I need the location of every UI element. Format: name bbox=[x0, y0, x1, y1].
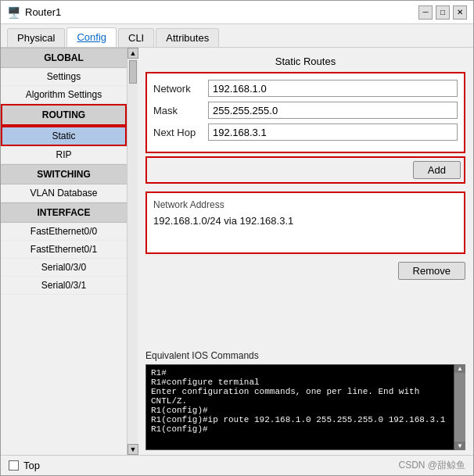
sidebar-item-fastethernet00[interactable]: FastEthernet0/0 bbox=[1, 223, 127, 241]
mask-label: Mask bbox=[153, 105, 208, 116]
ios-console-wrapper: R1# R1#configure terminal Enter configur… bbox=[145, 364, 465, 450]
sidebar-item-algorithm-settings[interactable]: Algorithm Settings bbox=[1, 86, 127, 104]
content-area: GLOBAL Settings Algorithm Settings ROUTI… bbox=[1, 48, 473, 455]
network-address-box: Network Address 192.168.1.0/24 via 192.1… bbox=[145, 191, 465, 254]
sidebar-header-interface: INTERFACE bbox=[1, 202, 127, 223]
sidebar-item-fastethernet01[interactable]: FastEthernet0/1 bbox=[1, 241, 127, 259]
footer-brand: CSDN @甜鲸鱼 bbox=[398, 459, 465, 472]
mask-input[interactable] bbox=[208, 102, 458, 119]
sidebar-item-settings[interactable]: Settings bbox=[1, 68, 127, 86]
ios-label: Equivalent IOS Commands bbox=[145, 350, 465, 361]
static-routes-section: Static Routes Network Mask Next Hop bbox=[145, 55, 465, 184]
ios-scrollbar[interactable]: ▲ ▼ bbox=[454, 364, 465, 450]
network-label: Network bbox=[153, 83, 208, 95]
main-panel: Static Routes Network Mask Next Hop bbox=[138, 48, 473, 345]
sidebar-item-vlan-database[interactable]: VLAN Database bbox=[1, 184, 127, 202]
footer-left: Top bbox=[9, 460, 40, 471]
sidebar-header-switching: SWITCHING bbox=[1, 164, 127, 184]
tab-cli[interactable]: CLI bbox=[118, 28, 154, 47]
minimize-button[interactable]: ─ bbox=[418, 5, 433, 20]
sidebar-item-rip[interactable]: RIP bbox=[1, 146, 127, 164]
ios-line-3: Enter configuration commands, one per li… bbox=[151, 387, 449, 406]
next-hop-input[interactable] bbox=[208, 123, 458, 141]
ios-line-4: R1(config)# bbox=[151, 406, 449, 415]
next-hop-row: Next Hop bbox=[153, 123, 458, 141]
ios-scroll-track bbox=[454, 373, 465, 442]
sidebar: GLOBAL Settings Algorithm Settings ROUTI… bbox=[1, 48, 127, 455]
scroll-up-arrow[interactable]: ▲ bbox=[127, 48, 138, 59]
sidebar-header-routing: ROUTING bbox=[1, 104, 127, 126]
ios-line-5: R1(config)#ip route 192.168.1.0 255.255.… bbox=[151, 415, 449, 424]
scroll-down-arrow[interactable]: ▼ bbox=[127, 444, 138, 455]
tab-config[interactable]: Config bbox=[66, 27, 117, 47]
scroll-thumb[interactable] bbox=[129, 60, 137, 84]
window: 🖥️ Router1 ─ □ ✕ Physical Config CLI Att… bbox=[0, 0, 474, 476]
tab-physical[interactable]: Physical bbox=[7, 28, 65, 47]
ios-line-1: R1# bbox=[151, 368, 449, 378]
title-bar: 🖥️ Router1 ─ □ ✕ bbox=[1, 1, 473, 24]
next-hop-label: Next Hop bbox=[153, 127, 208, 138]
ios-section: Equivalent IOS Commands R1# R1#configure… bbox=[138, 345, 473, 455]
main-panel-wrapper: Static Routes Network Mask Next Hop bbox=[138, 48, 473, 455]
close-button[interactable]: ✕ bbox=[453, 5, 467, 20]
maximize-button[interactable]: □ bbox=[436, 5, 450, 20]
mask-row: Mask bbox=[153, 102, 458, 119]
sidebar-wrapper: GLOBAL Settings Algorithm Settings ROUTI… bbox=[1, 48, 138, 455]
sidebar-header-global: GLOBAL bbox=[1, 48, 127, 68]
scroll-track bbox=[127, 59, 138, 444]
sidebar-scrollbar[interactable]: ▲ ▼ bbox=[127, 48, 138, 455]
add-btn-row: Add bbox=[145, 156, 465, 184]
network-input[interactable] bbox=[208, 80, 458, 97]
network-address-value[interactable]: 192.168.1.0/24 via 192.168.3.1 bbox=[153, 215, 458, 227]
ios-scroll-up[interactable]: ▲ bbox=[454, 364, 465, 373]
sidebar-item-static[interactable]: Static bbox=[1, 126, 127, 146]
add-button[interactable]: Add bbox=[413, 161, 461, 179]
title-bar-left: 🖥️ Router1 bbox=[7, 6, 61, 19]
top-checkbox[interactable] bbox=[9, 460, 19, 471]
network-address-label: Network Address bbox=[153, 199, 458, 210]
ios-line-2: R1#configure terminal bbox=[151, 378, 449, 387]
sidebar-item-serial030[interactable]: Serial0/3/0 bbox=[1, 259, 127, 277]
tab-attributes[interactable]: Attributes bbox=[156, 28, 219, 47]
network-row: Network bbox=[153, 80, 458, 97]
title-bar-controls: ─ □ ✕ bbox=[418, 5, 467, 20]
ios-scroll-down[interactable]: ▼ bbox=[454, 442, 465, 450]
app-icon: 🖥️ bbox=[7, 6, 20, 19]
ios-console[interactable]: R1# R1#configure terminal Enter configur… bbox=[145, 364, 454, 450]
top-label: Top bbox=[23, 460, 40, 471]
remove-btn-row: Remove bbox=[145, 262, 465, 280]
static-routes-box: Network Mask Next Hop bbox=[145, 72, 465, 153]
tab-bar: Physical Config CLI Attributes bbox=[1, 24, 473, 48]
static-routes-title: Static Routes bbox=[145, 55, 465, 67]
footer: Top CSDN @甜鲸鱼 bbox=[1, 455, 473, 475]
sidebar-item-serial031[interactable]: Serial0/3/1 bbox=[1, 277, 127, 295]
window-title: Router1 bbox=[25, 6, 61, 18]
ios-line-6: R1(config)# bbox=[151, 424, 449, 434]
remove-button[interactable]: Remove bbox=[398, 262, 465, 280]
